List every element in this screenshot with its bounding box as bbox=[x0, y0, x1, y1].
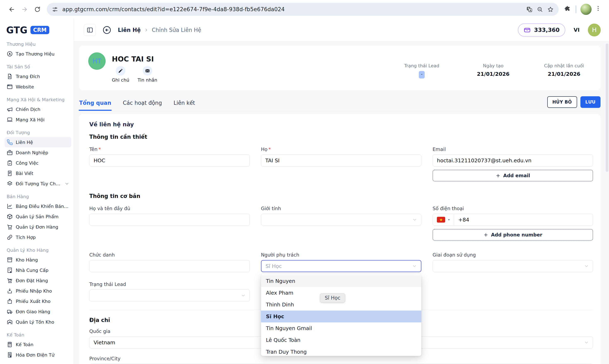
updated-label: Cập nhật lần cuối bbox=[537, 63, 591, 68]
sidebar-item-kho-hang[interactable]: Kho Hàng bbox=[5, 255, 71, 265]
job-title-input[interactable] bbox=[89, 260, 250, 272]
sidebar-item-ke-toan[interactable]: Kế Toán bbox=[5, 339, 71, 350]
usage-stage-field: Giai đoạn sử dụng bbox=[433, 252, 593, 272]
sidebar-item-nha-cung-cap[interactable]: Nhà Cung Cấp bbox=[5, 265, 71, 275]
sidebar-item-quan-ly-ton-kho[interactable]: Quản Lý Tồn Kho bbox=[5, 317, 71, 327]
breadcrumb-parent[interactable]: Liên Hệ bbox=[118, 27, 141, 33]
sidebar-item-bang-dieu-khien-ban-hang[interactable]: Bảng Điều Khiển Bán H... bbox=[5, 201, 71, 211]
sidebar-item-tich-hop[interactable]: Tích Hợp bbox=[5, 232, 71, 242]
message-action[interactable]: Tin nhắn bbox=[138, 66, 157, 83]
tab-activities[interactable]: Các hoạt động bbox=[123, 95, 162, 111]
sidebar-item-trang-dich[interactable]: Trang Đích bbox=[5, 71, 71, 82]
dropdown-option[interactable]: Lê Quốc Toàn bbox=[261, 334, 422, 346]
export-icon bbox=[7, 298, 13, 304]
sidebar-item-don-dat-hang[interactable]: Đơn Đặt Hàng bbox=[5, 275, 71, 286]
vietnam-flag-icon[interactable]: ★ bbox=[437, 217, 445, 222]
dropdown-option[interactable]: Tran Duy Thong bbox=[261, 346, 422, 356]
phone-input[interactable]: ★ ▾ +84 bbox=[433, 214, 593, 226]
owner-value: Sĩ Học bbox=[265, 263, 282, 269]
sidebar-item-quan-ly-san-pham[interactable]: Quản Lý Sản Phẩm bbox=[5, 211, 71, 222]
required-asterisk: * bbox=[99, 147, 101, 152]
note-action[interactable]: Ghi chú bbox=[112, 66, 129, 83]
form-actions: HỦY BỎ LƯU bbox=[547, 96, 601, 108]
tab-overview[interactable]: Tổng quan bbox=[79, 95, 111, 111]
sidebar-item-label: Công Việc bbox=[16, 160, 70, 166]
sidebar-item-label: Đối Tượng Tùy Chỉnh bbox=[16, 181, 61, 186]
add-phone-button[interactable]: Add phone number bbox=[433, 229, 593, 241]
back-circle-icon[interactable] bbox=[102, 25, 112, 35]
last-name-label: Họ bbox=[261, 147, 267, 152]
sidebar-item-phieu-xuat-kho[interactable]: Phiếu Xuất Kho bbox=[5, 296, 71, 306]
scrollbar-thumb[interactable] bbox=[606, 43, 608, 172]
site-settings-icon[interactable] bbox=[52, 6, 58, 13]
chevron-right-icon bbox=[144, 28, 148, 32]
email-input[interactable] bbox=[433, 155, 593, 167]
sidebar-item-quan-ly-don-hang[interactable]: Quản Lý Đơn Hàng bbox=[5, 222, 71, 232]
nav-section-title: Bán Hàng bbox=[5, 194, 71, 199]
sidebar-item-phieu-nhap-kho[interactable]: Phiếu Nhập Kho bbox=[5, 286, 71, 296]
last-name-input[interactable] bbox=[261, 155, 422, 167]
sidebar-item-label: Tạo Thương Hiệu bbox=[16, 51, 70, 56]
url-text[interactable]: app.gtgcrm.com/crm/contacts/edit?id=e122… bbox=[62, 6, 522, 13]
basic-grid: Họ và tên đầy đủ Giới tính Số điện thoại… bbox=[89, 206, 593, 241]
import-icon bbox=[7, 288, 13, 294]
sidebar-nav: Thương HiệuTạo Thương HiệuTài Sản SốTran… bbox=[5, 42, 71, 360]
full-name-input[interactable] bbox=[89, 214, 250, 226]
sidebar-item-tao-thuong-hieu[interactable]: Tạo Thương Hiệu bbox=[5, 49, 71, 59]
tab-links[interactable]: Liên kết bbox=[173, 95, 195, 111]
dropdown-option[interactable]: Sĩ Học bbox=[261, 311, 422, 322]
pencil-icon[interactable] bbox=[116, 66, 125, 76]
user-avatar[interactable]: H bbox=[588, 24, 601, 37]
cancel-button[interactable]: HỦY BỎ bbox=[547, 96, 577, 108]
cart-icon bbox=[7, 224, 13, 230]
dropdown-option[interactable]: Tin Nguyen bbox=[261, 275, 422, 287]
add-email-button[interactable]: Add email bbox=[433, 170, 593, 181]
sidebar-toggle-icon[interactable] bbox=[84, 24, 96, 36]
lead-status-select[interactable] bbox=[89, 289, 250, 301]
sidebar-item-doi-tuong-tuy-chinh[interactable]: Đối Tượng Tùy Chỉnh bbox=[5, 179, 71, 189]
province-label: Province/City bbox=[89, 356, 593, 361]
sidebar-item-mang-xa-hoi[interactable]: Mạng Xã Hội bbox=[5, 115, 71, 125]
gender-select[interactable] bbox=[261, 214, 422, 226]
forward-icon[interactable] bbox=[19, 3, 30, 15]
envelope-icon[interactable] bbox=[143, 66, 152, 76]
back-icon[interactable] bbox=[6, 3, 17, 15]
building-icon bbox=[7, 267, 13, 273]
country-value: Vietnam bbox=[94, 339, 115, 346]
truck-icon bbox=[7, 309, 13, 315]
sidebar-item-cong-viec[interactable]: Công Việc bbox=[5, 158, 71, 168]
wallet-icon bbox=[524, 26, 531, 34]
profile-avatar[interactable] bbox=[580, 4, 592, 15]
link-icon bbox=[7, 234, 13, 240]
sidebar-item-website[interactable]: Website bbox=[5, 82, 71, 92]
owner-dropdown: Tin NguyenAlex PhamThinh DinhSĩ HọcTin N… bbox=[261, 274, 422, 356]
sidebar-item-chien-dich[interactable]: Chiến Dịch bbox=[5, 104, 71, 115]
bookmark-star-icon[interactable] bbox=[547, 6, 554, 13]
sidebar-item-don-giao-hang[interactable]: Đơn Giao Hàng bbox=[5, 306, 71, 317]
translate-icon[interactable] bbox=[526, 6, 532, 13]
sidebar-item-lien-he[interactable]: Liên Hệ bbox=[5, 137, 71, 147]
menu-dots-icon[interactable] bbox=[595, 5, 603, 13]
app-logo[interactable]: GTG CRM bbox=[5, 24, 71, 37]
lead-status-meta: Trạng thái Lead - bbox=[395, 63, 449, 78]
window-icon bbox=[7, 84, 13, 90]
url-bar[interactable]: app.gtgcrm.com/crm/contacts/edit?id=e122… bbox=[47, 3, 559, 16]
logo-crm-badge: CRM bbox=[30, 26, 49, 34]
save-button[interactable]: LƯU bbox=[580, 96, 600, 108]
reload-icon[interactable] bbox=[31, 3, 43, 15]
sidebar-item-hoa-don-dien-tu[interactable]: Hóa Đơn Điện Tử bbox=[5, 350, 71, 360]
sidebar-item-label: Nhà Cung Cấp bbox=[16, 268, 70, 273]
main-content: HT HOC TAI SI Ghi chú Tin nhắn Trạng th bbox=[74, 41, 609, 364]
sidebar-item-doanh-nghiep[interactable]: Doanh Nghiệp bbox=[5, 147, 71, 158]
usage-stage-select[interactable] bbox=[433, 260, 593, 272]
credits-badge[interactable]: 333,360 bbox=[518, 23, 565, 37]
zoom-icon[interactable] bbox=[537, 6, 543, 13]
language-switcher[interactable]: VI bbox=[574, 27, 580, 33]
extensions-icon[interactable] bbox=[564, 6, 571, 13]
invoice-icon bbox=[7, 352, 13, 358]
logo-text: GTG bbox=[6, 25, 27, 35]
dropdown-option[interactable]: Tin Nguyen Gmail bbox=[261, 322, 422, 334]
sidebar-item-bai-viet[interactable]: Bài Viết bbox=[5, 168, 71, 179]
first-name-input[interactable] bbox=[89, 155, 250, 167]
owner-select[interactable]: Sĩ Học bbox=[261, 260, 422, 272]
